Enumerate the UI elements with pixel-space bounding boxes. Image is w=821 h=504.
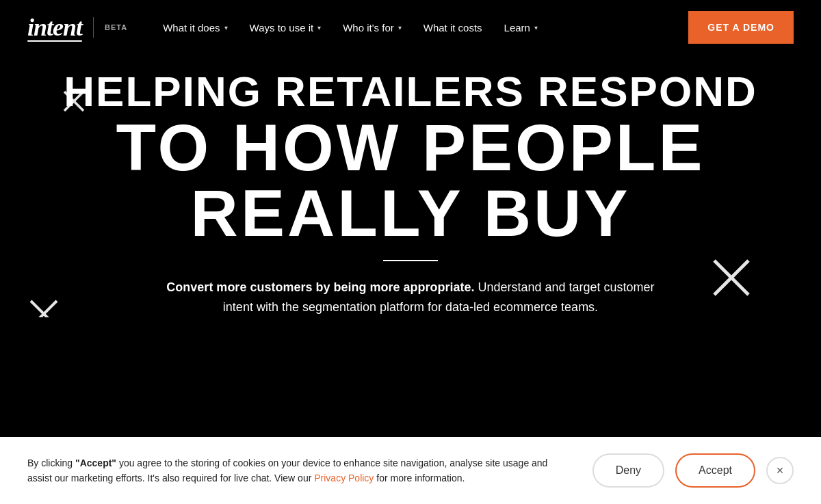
chevron-down-icon: ▾: [398, 24, 402, 31]
nav-label-what-it-costs: What it costs: [423, 22, 482, 34]
decorative-x-icon-2: [710, 256, 753, 306]
cookie-actions: Deny Accept ×: [592, 453, 794, 488]
hero-title-line1: HELPING RETAILERS RESPOND: [27, 68, 794, 115]
nav-item-learn[interactable]: Learn ▾: [496, 16, 546, 39]
hero-section: HELPING RETAILERS RESPOND TO HOW PEOPLE …: [0, 55, 821, 317]
hero-subtitle-bold: Convert more customers by being more app…: [166, 280, 474, 294]
nav-label-learn: Learn: [504, 22, 530, 34]
hero-title-line3: REALLY BUY: [27, 181, 794, 246]
navbar: intent BETA What it does ▾ Ways to use i…: [0, 0, 821, 55]
nav-item-what-it-does[interactable]: What it does ▾: [155, 16, 235, 39]
nav-links: What it does ▾ Ways to use it ▾ Who it's…: [155, 16, 688, 39]
nav-divider: [93, 17, 94, 38]
accept-button[interactable]: Accept: [675, 453, 755, 488]
beta-badge: BETA: [105, 23, 127, 31]
cookie-text-bold: "Accept": [75, 457, 116, 468]
nav-item-who-its-for[interactable]: Who it's for ▾: [335, 16, 410, 39]
logo[interactable]: intent: [27, 15, 82, 40]
hero-subtitle: Convert more customers by being more app…: [157, 278, 664, 317]
chevron-down-icon: ▾: [317, 24, 321, 31]
nav-item-what-it-costs[interactable]: What it costs: [415, 16, 491, 39]
get-demo-button[interactable]: GET A DEMO: [688, 11, 794, 44]
decorative-x-icon-1: [62, 89, 86, 118]
cookie-banner: By clicking "Accept" you agree to the st…: [0, 437, 821, 504]
cookie-text: By clicking "Accept" you agree to the st…: [27, 455, 565, 486]
hero-divider: [383, 260, 438, 261]
nav-label-who-its-for: Who it's for: [343, 22, 394, 34]
cookie-text-prefix: By clicking: [27, 457, 75, 468]
chevron-down-icon: ▾: [534, 24, 538, 31]
nav-item-ways-to-use-it[interactable]: Ways to use it ▾: [242, 16, 330, 39]
logo-area: intent BETA: [27, 15, 127, 40]
nav-label-what-it-does: What it does: [163, 22, 220, 34]
chevron-down-icon: ▾: [224, 24, 228, 31]
decorative-x-icon-3: [27, 297, 60, 317]
hero-title-line2: TO HOW PEOPLE: [27, 115, 794, 181]
cookie-privacy-link[interactable]: Privacy Policy: [314, 473, 374, 483]
close-cookie-button[interactable]: ×: [766, 457, 794, 484]
nav-cta-area: GET A DEMO: [688, 11, 794, 44]
cookie-text-suffix: for more information.: [374, 473, 465, 483]
nav-label-ways-to-use-it: Ways to use it: [250, 22, 314, 34]
deny-button[interactable]: Deny: [592, 453, 664, 488]
